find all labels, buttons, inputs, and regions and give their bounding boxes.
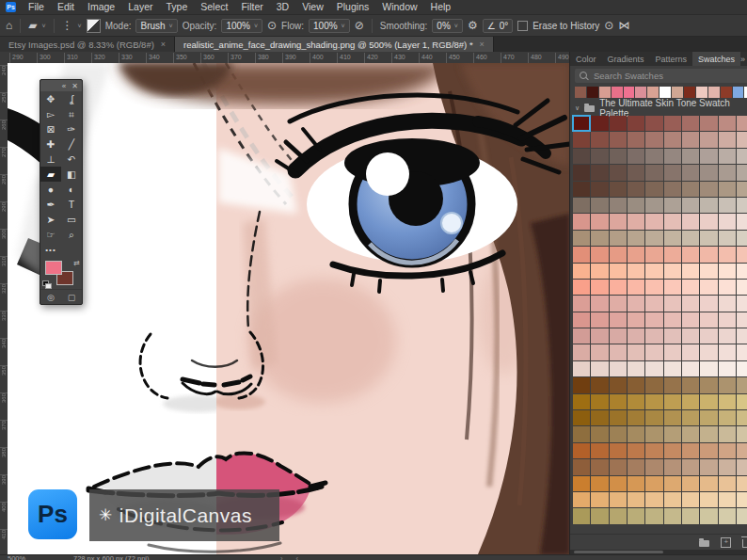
swatch[interactable] <box>591 508 608 523</box>
search-swatches-box[interactable] <box>575 69 747 83</box>
swatch[interactable] <box>628 280 644 295</box>
swatch[interactable] <box>682 280 699 295</box>
swatch[interactable] <box>682 247 699 262</box>
swatch[interactable] <box>664 247 681 262</box>
blur-tool[interactable]: ● <box>40 182 61 197</box>
swatch[interactable] <box>645 132 662 147</box>
swatch[interactable] <box>700 459 717 474</box>
swatch[interactable] <box>682 426 699 441</box>
swatch[interactable] <box>719 476 736 491</box>
swatch[interactable] <box>737 198 747 213</box>
swatch[interactable] <box>591 280 608 295</box>
swatch[interactable] <box>573 426 590 441</box>
swatch[interactable] <box>573 264 590 279</box>
recent-swatch[interactable] <box>684 87 695 98</box>
swatch[interactable] <box>628 264 644 279</box>
swatch[interactable] <box>645 459 662 474</box>
history-brush-tool[interactable]: ↶ <box>61 152 82 167</box>
swatch[interactable] <box>682 492 699 507</box>
swatch[interactable] <box>591 344 608 360</box>
swatch[interactable] <box>700 328 717 344</box>
swatch[interactable] <box>664 410 681 425</box>
tab-gradients[interactable]: Gradients <box>602 52 650 66</box>
search-swatches-input[interactable] <box>592 70 747 82</box>
swatch[interactable] <box>719 328 736 344</box>
swatch[interactable] <box>737 426 747 441</box>
menu-edit[interactable]: Edit <box>51 0 81 14</box>
swatch[interactable] <box>737 377 747 392</box>
swatch[interactable] <box>628 198 644 213</box>
swatch[interactable] <box>645 312 662 328</box>
swatch[interactable] <box>664 344 681 360</box>
swatch[interactable] <box>682 377 699 392</box>
swatch[interactable] <box>591 361 608 376</box>
swatch[interactable] <box>719 443 736 458</box>
swatch[interactable] <box>682 394 699 409</box>
swatch[interactable] <box>664 198 681 213</box>
swatch[interactable] <box>664 149 681 164</box>
swatch[interactable] <box>682 443 699 458</box>
swatch[interactable] <box>664 264 681 279</box>
document-tab[interactable]: realistic_anime_face_drawing_shading.png… <box>175 37 494 52</box>
swatch[interactable] <box>645 198 662 213</box>
swatch[interactable] <box>719 116 736 131</box>
scroll-left-arrow[interactable]: ‹ <box>296 555 299 560</box>
opacity-input[interactable]: 100% ˅ <box>221 19 262 33</box>
swatch[interactable] <box>591 426 608 441</box>
canvas[interactable] <box>8 63 569 554</box>
recent-swatch[interactable] <box>672 87 683 98</box>
swatch[interactable] <box>591 377 608 392</box>
swatch[interactable] <box>700 296 717 311</box>
swatch-selected[interactable] <box>573 116 590 131</box>
swatch[interactable] <box>682 198 699 213</box>
healing-brush-tool[interactable]: ✚ <box>40 136 61 152</box>
swatch[interactable] <box>610 344 627 360</box>
swatch[interactable] <box>610 508 627 523</box>
swatch[interactable] <box>610 149 627 164</box>
swatch[interactable] <box>591 312 608 328</box>
horizontal-scrollbar[interactable] <box>570 550 747 554</box>
swatch[interactable] <box>682 328 699 344</box>
scroll-right-arrow[interactable]: › <box>280 555 283 560</box>
swatch[interactable] <box>628 476 644 491</box>
recent-swatch[interactable] <box>612 87 623 98</box>
swatch[interactable] <box>719 426 736 441</box>
tab-swatches[interactable]: Swatches <box>692 52 740 66</box>
swatch[interactable] <box>737 280 747 295</box>
swatch[interactable] <box>664 394 681 409</box>
swatch[interactable] <box>737 410 747 425</box>
pressure-size-icon[interactable]: ⊙ <box>604 20 613 31</box>
swatch[interactable] <box>591 394 608 409</box>
swatch[interactable] <box>682 182 699 197</box>
swatch[interactable] <box>664 377 681 392</box>
recent-swatch[interactable] <box>575 87 586 98</box>
swatch[interactable] <box>573 149 590 164</box>
object-selection-tool[interactable]: ▻ <box>40 106 61 121</box>
swatch[interactable] <box>664 214 681 229</box>
swatch[interactable] <box>591 328 608 344</box>
swatch[interactable] <box>682 231 699 246</box>
swatch[interactable] <box>700 344 717 360</box>
collapse-toolbar-icon[interactable]: « <box>62 82 66 90</box>
move-tool[interactable]: ✥ <box>40 91 61 106</box>
close-toolbar-icon[interactable]: ✕ <box>72 82 78 90</box>
clone-stamp-tool[interactable]: ⊥ <box>40 152 61 167</box>
swatch[interactable] <box>573 247 590 262</box>
swatch[interactable] <box>664 492 681 507</box>
swatch[interactable] <box>573 361 590 376</box>
swatch[interactable] <box>573 508 590 523</box>
swatch[interactable] <box>664 182 681 197</box>
swatch[interactable] <box>610 214 627 229</box>
swatch[interactable] <box>700 476 717 491</box>
swatch[interactable] <box>573 214 590 229</box>
swatch[interactable] <box>719 247 736 262</box>
crop-tool[interactable]: ⌗ <box>61 106 82 121</box>
swatch[interactable] <box>682 410 699 425</box>
frame-tool[interactable]: ⊠ <box>40 121 61 136</box>
swatch[interactable] <box>682 361 699 376</box>
recent-swatch[interactable] <box>647 87 659 98</box>
zoom-tool[interactable]: ⌕ <box>61 227 82 242</box>
swatch[interactable] <box>628 459 644 474</box>
swatch[interactable] <box>719 508 736 523</box>
swatch[interactable] <box>591 214 608 229</box>
